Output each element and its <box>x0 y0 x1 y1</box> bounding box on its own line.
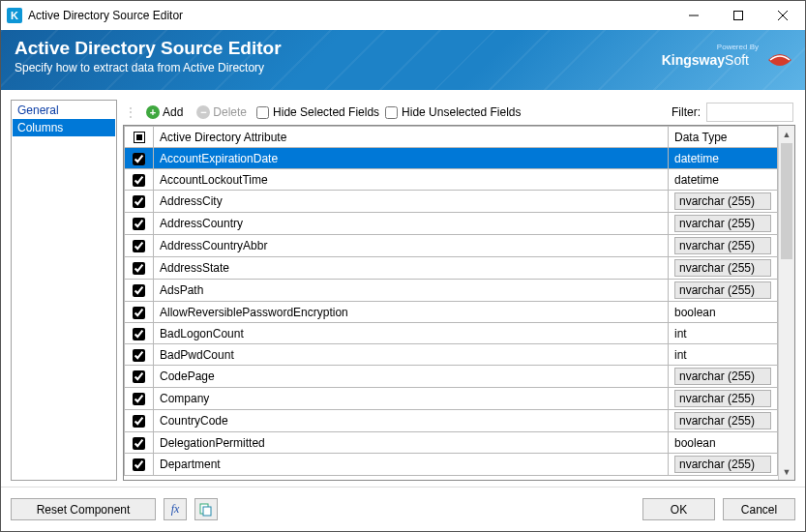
expression-button[interactable]: fx <box>164 498 187 520</box>
scroll-down-icon[interactable]: ▼ <box>779 463 794 480</box>
row-attribute-cell[interactable]: Company <box>154 388 669 410</box>
row-checkbox-cell[interactable] <box>125 410 154 432</box>
row-datatype-cell[interactable]: nvarchar (255) <box>669 454 778 476</box>
row-checkbox[interactable] <box>133 195 145 208</box>
row-checkbox[interactable] <box>133 174 145 187</box>
row-checkbox[interactable] <box>133 153 145 165</box>
table-row[interactable]: CountryCodenvarchar (255) <box>125 410 778 432</box>
cancel-button[interactable]: Cancel <box>723 498 795 520</box>
row-checkbox-cell[interactable] <box>125 280 154 302</box>
add-button[interactable]: +Add <box>142 103 187 121</box>
nav-item-columns[interactable]: Columns <box>13 119 115 136</box>
table-row[interactable]: DelegationPermittedboolean <box>125 432 778 454</box>
header-select-all[interactable] <box>125 127 154 148</box>
grid: Active Directory Attribute Data Type Acc… <box>123 125 795 481</box>
hide-unselected-checkbox[interactable]: Hide Unselected Fields <box>385 105 521 119</box>
row-checkbox-cell[interactable] <box>125 302 154 323</box>
table-row[interactable]: AdsPathnvarchar (255) <box>125 280 778 302</box>
table-row[interactable]: AddressStatenvarchar (255) <box>125 257 778 280</box>
table-row[interactable]: AccountExpirationDatedatetime <box>125 148 778 169</box>
row-checkbox-cell[interactable] <box>125 235 154 257</box>
row-checkbox[interactable] <box>133 437 145 450</box>
row-checkbox-cell[interactable] <box>125 148 154 169</box>
header-datatype[interactable]: Data Type <box>669 127 778 148</box>
table-row[interactable]: Companynvarchar (255) <box>125 388 778 410</box>
row-attribute-cell[interactable]: BadLogonCount <box>154 323 669 344</box>
row-datatype-cell[interactable]: boolean <box>669 432 778 454</box>
row-checkbox-cell[interactable] <box>125 191 154 213</box>
row-datatype-cell[interactable]: nvarchar (255) <box>669 388 778 410</box>
row-checkbox[interactable] <box>133 370 145 383</box>
table-row[interactable]: AddressCitynvarchar (255) <box>125 191 778 213</box>
table-row[interactable]: AddressCountryAbbrnvarchar (255) <box>125 235 778 257</box>
row-attribute-cell[interactable]: AccountExpirationDate <box>154 148 669 169</box>
row-checkbox-cell[interactable] <box>125 366 154 388</box>
row-attribute-cell[interactable]: CodePage <box>154 366 669 388</box>
hide-selected-checkbox[interactable]: Hide Selected Fields <box>256 105 379 119</box>
row-attribute-cell[interactable]: BadPwdCount <box>154 344 669 366</box>
row-checkbox-cell[interactable] <box>125 169 154 191</box>
table-row[interactable]: BadPwdCountint <box>125 344 778 366</box>
row-datatype-cell[interactable]: nvarchar (255) <box>669 191 778 213</box>
table-row[interactable]: AddressCountrynvarchar (255) <box>125 213 778 235</box>
row-attribute-cell[interactable]: AddressCountry <box>154 213 669 235</box>
row-attribute-cell[interactable]: AllowReversiblePasswordEncryption <box>154 302 669 323</box>
row-checkbox[interactable] <box>133 393 145 405</box>
table-row[interactable]: Departmentnvarchar (255) <box>125 454 778 476</box>
nav-item-general[interactable]: General <box>13 102 115 119</box>
vertical-scrollbar[interactable]: ▲ ▼ <box>778 126 794 480</box>
documentation-button[interactable] <box>194 498 218 520</box>
row-attribute-cell[interactable]: AddressState <box>154 257 669 280</box>
row-checkbox[interactable] <box>133 218 145 230</box>
row-datatype-cell[interactable]: int <box>669 323 778 344</box>
row-datatype-cell[interactable]: int <box>669 344 778 366</box>
header-attribute[interactable]: Active Directory Attribute <box>154 127 669 148</box>
row-datatype-cell[interactable]: nvarchar (255) <box>669 410 778 432</box>
row-attribute-cell[interactable]: AccountLockoutTime <box>154 169 669 191</box>
scroll-up-icon[interactable]: ▲ <box>779 126 794 142</box>
row-datatype-cell[interactable]: nvarchar (255) <box>669 280 778 302</box>
row-checkbox[interactable] <box>133 349 145 362</box>
row-datatype-cell[interactable]: datetime <box>669 169 778 191</box>
table-row[interactable]: AllowReversiblePasswordEncryptionboolean <box>125 302 778 323</box>
row-checkbox[interactable] <box>133 240 145 252</box>
filter-input[interactable] <box>706 103 793 122</box>
row-datatype-cell[interactable]: nvarchar (255) <box>669 257 778 280</box>
row-checkbox[interactable] <box>133 307 145 319</box>
row-datatype-cell[interactable]: nvarchar (255) <box>669 366 778 388</box>
ok-button[interactable]: OK <box>642 498 715 520</box>
row-attribute-cell[interactable]: AdsPath <box>154 280 669 302</box>
row-datatype-cell[interactable]: boolean <box>669 302 778 323</box>
row-datatype-cell[interactable]: nvarchar (255) <box>669 213 778 235</box>
close-button[interactable] <box>761 1 805 30</box>
row-checkbox[interactable] <box>133 262 145 275</box>
row-attribute-cell[interactable]: DelegationPermitted <box>154 432 669 454</box>
toolbar: ⋮ +Add −Delete Hide Selected Fields Hide… <box>123 100 795 125</box>
row-datatype-cell[interactable]: datetime <box>669 148 778 169</box>
row-attribute-cell[interactable]: Department <box>154 454 669 476</box>
minimize-button[interactable] <box>672 1 716 30</box>
reset-component-button[interactable]: Reset Component <box>11 498 156 520</box>
table-row[interactable]: CodePagenvarchar (255) <box>125 366 778 388</box>
row-checkbox[interactable] <box>133 415 145 428</box>
row-checkbox[interactable] <box>133 328 145 340</box>
row-checkbox-cell[interactable] <box>125 432 154 454</box>
row-checkbox-cell[interactable] <box>125 388 154 410</box>
row-attribute-cell[interactable]: AddressCountryAbbr <box>154 235 669 257</box>
row-checkbox[interactable] <box>133 458 145 471</box>
row-checkbox-cell[interactable] <box>125 344 154 366</box>
row-checkbox-cell[interactable] <box>125 323 154 344</box>
table-row[interactable]: AccountLockoutTimedatetime <box>125 169 778 191</box>
delete-button[interactable]: −Delete <box>193 103 251 121</box>
maximize-button[interactable] <box>716 1 761 30</box>
row-checkbox-cell[interactable] <box>125 257 154 280</box>
row-checkbox-cell[interactable] <box>125 213 154 235</box>
table-row[interactable]: BadLogonCountint <box>125 323 778 344</box>
row-attribute-cell[interactable]: AddressCity <box>154 191 669 213</box>
footer: Reset Component fx OK Cancel <box>1 487 805 531</box>
row-checkbox[interactable] <box>133 284 145 297</box>
row-datatype-cell[interactable]: nvarchar (255) <box>669 235 778 257</box>
row-checkbox-cell[interactable] <box>125 454 154 476</box>
scroll-thumb[interactable] <box>781 143 792 259</box>
row-attribute-cell[interactable]: CountryCode <box>154 410 669 432</box>
